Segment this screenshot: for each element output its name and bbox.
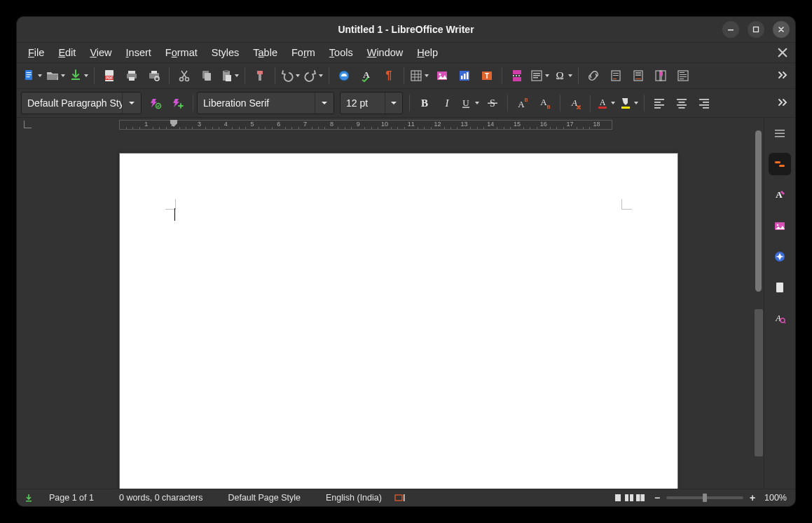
export-pdf-button[interactable]: PDF <box>99 66 119 86</box>
window-minimize-button[interactable] <box>722 21 739 38</box>
insert-page-break-button[interactable] <box>507 66 527 86</box>
menu-table[interactable]: Table <box>246 45 284 60</box>
word-count-cell[interactable]: 0 words, 0 characters <box>106 493 216 503</box>
redo-button[interactable] <box>303 66 324 86</box>
sidebar-styles-button[interactable]: A <box>769 184 791 206</box>
menu-styles[interactable]: Styles <box>205 45 247 60</box>
zoom-slider[interactable] <box>666 496 743 499</box>
find-replace-button[interactable] <box>334 66 354 86</box>
font-name-dropdown[interactable] <box>315 93 333 114</box>
undo-button[interactable] <box>280 66 301 86</box>
print-preview-button[interactable] <box>144 66 164 86</box>
new-button[interactable] <box>22 66 43 86</box>
view-multi-page-button[interactable] <box>624 493 634 503</box>
sidebar-gallery-button[interactable] <box>769 215 791 237</box>
svg-rect-23 <box>257 71 263 74</box>
save-button[interactable] <box>69 66 89 86</box>
window-close-button[interactable] <box>773 21 790 38</box>
separator <box>409 95 410 111</box>
insert-mode-cell[interactable] <box>394 494 414 502</box>
sidebar-page-button[interactable] <box>769 276 791 299</box>
sidebar-navigator-button[interactable] <box>769 245 791 268</box>
insert-bookmark-button[interactable] <box>651 66 670 86</box>
insert-image-button[interactable] <box>432 66 452 86</box>
italic-button[interactable]: I <box>437 93 457 113</box>
font-size-dropdown[interactable] <box>385 93 402 114</box>
zoom-slider-knob[interactable] <box>703 494 707 502</box>
align-right-button[interactable] <box>694 93 714 113</box>
paragraph-style-dropdown[interactable] <box>122 93 141 114</box>
menu-insert[interactable]: Insert <box>119 45 158 60</box>
spellcheck-button[interactable]: A <box>357 66 376 86</box>
vertical-scrollbar[interactable] <box>754 130 764 489</box>
view-book-button[interactable] <box>635 493 645 503</box>
insert-field-button[interactable] <box>530 66 550 86</box>
sidebar-settings-button[interactable] <box>769 122 791 144</box>
separator <box>275 67 275 84</box>
menu-form[interactable]: Form <box>284 45 322 60</box>
align-center-button[interactable] <box>672 93 691 113</box>
update-style-button[interactable] <box>146 93 165 113</box>
font-name-combo[interactable]: Liberation Serif <box>197 92 334 114</box>
strikethrough-button[interactable]: S <box>483 93 502 113</box>
window-maximize-button[interactable] <box>748 21 764 38</box>
sidebar-style-inspector-button[interactable]: A <box>769 307 791 330</box>
copy-button[interactable] <box>197 66 216 86</box>
svg-text:B: B <box>421 97 428 109</box>
clear-formatting-button[interactable]: A <box>565 93 585 113</box>
clone-formatting-button[interactable] <box>250 66 270 86</box>
page[interactable] <box>119 153 678 489</box>
insert-text-box-button[interactable]: T <box>477 66 497 86</box>
insert-table-button[interactable] <box>409 66 429 86</box>
page-style-cell[interactable]: Default Page Style <box>215 493 313 503</box>
font-size-combo[interactable]: 12 pt <box>340 92 403 114</box>
zoom-out-button[interactable]: − <box>652 493 662 503</box>
insert-hyperlink-button[interactable] <box>584 66 603 86</box>
horizontal-ruler[interactable]: 123456789101112131415161718 <box>17 118 764 130</box>
insert-footnote-button[interactable] <box>606 66 626 86</box>
bold-button[interactable]: B <box>415 93 434 113</box>
insert-cross-reference-button[interactable] <box>673 66 693 86</box>
print-button[interactable] <box>122 66 142 86</box>
cut-button[interactable] <box>174 66 194 86</box>
menu-edit[interactable]: Edit <box>51 45 83 60</box>
menu-format[interactable]: Format <box>158 45 205 60</box>
insert-chart-button[interactable] <box>455 66 474 86</box>
separator <box>578 67 579 84</box>
underline-button[interactable]: U <box>460 93 480 113</box>
menu-view[interactable]: View <box>83 45 118 60</box>
insert-endnote-button[interactable] <box>628 66 648 86</box>
superscript-button[interactable]: AB <box>513 93 532 113</box>
menu-tools[interactable]: Tools <box>322 45 360 60</box>
formatting-marks-button[interactable]: ¶ <box>379 66 399 86</box>
highlight-color-button[interactable] <box>619 93 639 113</box>
menu-window[interactable]: Window <box>360 45 411 60</box>
subscript-button[interactable]: AB <box>535 93 555 113</box>
close-document-button[interactable] <box>777 47 788 58</box>
svg-rect-13 <box>149 73 159 79</box>
font-color-button[interactable]: A <box>596 93 616 113</box>
zoom-value-cell[interactable]: 100% <box>757 493 791 503</box>
new-style-button[interactable] <box>168 93 188 113</box>
svg-text:PDF: PDF <box>106 76 113 80</box>
document-area[interactable] <box>17 130 764 489</box>
svg-rect-38 <box>513 70 521 74</box>
insert-symbol-button[interactable]: Ω <box>553 66 573 86</box>
menu-file[interactable]: File <box>21 45 51 60</box>
open-button[interactable] <box>46 66 66 86</box>
scrollbar-track-handle[interactable] <box>755 309 763 456</box>
view-single-page-button[interactable] <box>613 493 623 503</box>
zoom-in-button[interactable]: + <box>748 493 757 503</box>
menu-help[interactable]: Help <box>410 45 445 60</box>
align-left-button[interactable] <box>649 93 669 113</box>
font-size-value: 12 pt <box>340 97 385 109</box>
paste-button[interactable] <box>219 66 240 86</box>
language-cell[interactable]: English (India) <box>313 493 394 503</box>
sidebar-properties-button[interactable] <box>769 153 791 175</box>
scrollbar-thumb[interactable] <box>755 130 762 292</box>
save-indicator-icon[interactable] <box>24 493 34 503</box>
paragraph-style-combo[interactable]: Default Paragraph Style <box>21 92 142 114</box>
page-number-cell[interactable]: Page 1 of 1 <box>36 493 106 503</box>
formatbar-overflow-button[interactable] <box>777 96 788 110</box>
toolbar-overflow-button[interactable] <box>777 69 788 83</box>
